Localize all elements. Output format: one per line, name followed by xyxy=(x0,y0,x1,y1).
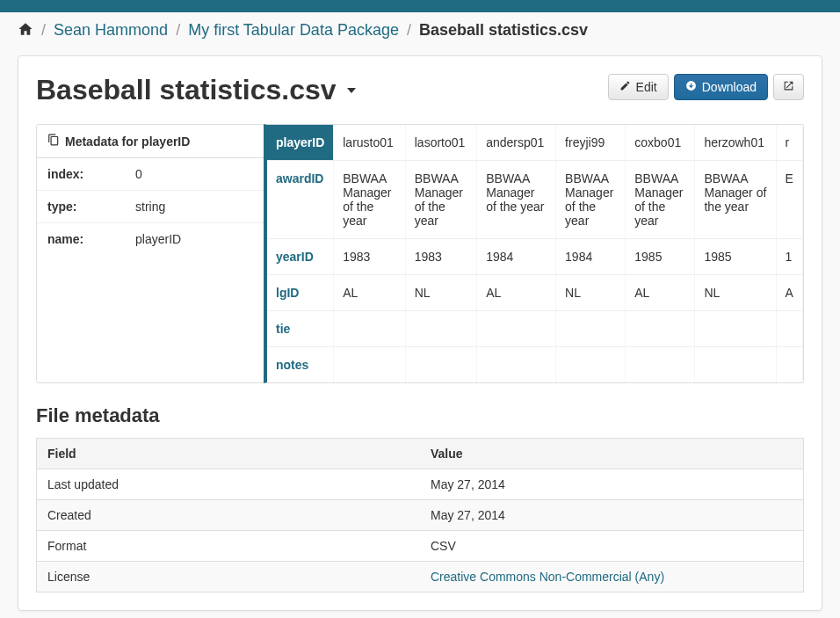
data-cell: 1 xyxy=(776,239,802,275)
table-row: FormatCSV xyxy=(37,531,804,562)
table-row: playerIDlarusto01lasorto01andersp01freyj… xyxy=(267,125,803,161)
metadata-header-text: Metadata for playerID xyxy=(65,135,190,149)
edit-label: Edit xyxy=(636,80,657,94)
top-bar xyxy=(0,0,840,12)
metadata-row: type:string xyxy=(37,191,264,223)
data-cell: lasorto01 xyxy=(405,125,476,161)
share-button[interactable] xyxy=(773,74,804,100)
data-cell: BBWAA Manager of the year xyxy=(477,161,556,239)
data-cell xyxy=(405,311,476,347)
breadcrumb-package[interactable]: My first Tabular Data Package xyxy=(188,21,399,39)
data-cell: E xyxy=(776,161,802,239)
file-meta-field: License xyxy=(37,562,421,593)
field-header: Field xyxy=(37,439,421,469)
file-metadata-table: Field Value Last updatedMay 27, 2014Crea… xyxy=(36,438,804,593)
page-header: Baseball statistics.csv Edit Download xyxy=(36,74,804,106)
metadata-value: 0 xyxy=(135,167,253,181)
table-row: lgIDALNLALNLALNLA xyxy=(267,275,803,311)
data-cell xyxy=(776,347,802,383)
data-cell: andersp01 xyxy=(477,125,556,161)
table-row: yearID1983198319841984198519851 xyxy=(267,239,803,275)
action-buttons: Edit Download xyxy=(608,74,804,100)
home-icon xyxy=(18,21,33,41)
copy-icon xyxy=(47,134,60,149)
data-cell xyxy=(776,311,802,347)
metadata-value: playerID xyxy=(135,232,253,246)
data-cell: coxbo01 xyxy=(626,125,695,161)
data-cell xyxy=(477,311,556,347)
data-cell xyxy=(695,311,776,347)
metadata-row: index:0 xyxy=(37,158,264,191)
metadata-header: Metadata for playerID xyxy=(37,125,264,158)
row-header-notes[interactable]: notes xyxy=(267,347,334,383)
data-cell: 1985 xyxy=(626,239,695,275)
data-cell: BBWAA Manager of the year xyxy=(556,161,626,239)
page-title[interactable]: Baseball statistics.csv xyxy=(36,74,356,106)
row-header-tie[interactable]: tie xyxy=(267,311,334,347)
row-header-lgID[interactable]: lgID xyxy=(267,275,334,311)
data-cell: 1983 xyxy=(334,239,405,275)
breadcrumb-sep: / xyxy=(172,21,184,39)
share-icon xyxy=(783,80,794,94)
column-metadata-box: Metadata for playerID index:0type:string… xyxy=(36,124,264,383)
file-meta-value: Creative Commons Non-Commercial (Any) xyxy=(420,562,804,593)
data-cell: AL xyxy=(334,275,405,311)
table-row: tie xyxy=(267,311,803,347)
file-meta-field: Format xyxy=(37,531,421,562)
data-cell: 1985 xyxy=(695,239,776,275)
file-meta-value: May 27, 2014 xyxy=(420,469,804,500)
metadata-value: string xyxy=(135,200,253,214)
data-cell: BBWAA Manager of the year xyxy=(695,161,776,239)
table-header-row: Field Value xyxy=(37,439,804,469)
breadcrumb-user[interactable]: Sean Hammond xyxy=(54,21,168,39)
file-meta-field: Last updated xyxy=(37,469,421,500)
metadata-key: index: xyxy=(47,167,135,181)
breadcrumb-home[interactable] xyxy=(18,21,38,39)
data-cell: 1983 xyxy=(405,239,476,275)
main-panel: Baseball statistics.csv Edit Download xyxy=(18,55,822,611)
data-cell: AL xyxy=(626,275,695,311)
license-link[interactable]: Creative Commons Non-Commercial (Any) xyxy=(431,570,664,584)
data-cell: 1984 xyxy=(477,239,556,275)
data-cell: BBWAA Manager of the year xyxy=(334,161,405,239)
table-row: notes xyxy=(267,347,803,383)
data-cell: NL xyxy=(695,275,776,311)
data-cell xyxy=(477,347,556,383)
data-cell xyxy=(334,311,405,347)
pencil-icon xyxy=(619,80,631,94)
data-cell: herzowh01 xyxy=(695,125,776,161)
metadata-rows: index:0type:stringname:playerID xyxy=(37,158,264,255)
data-cell: BBWAA Manager of the year xyxy=(626,161,695,239)
data-cell xyxy=(405,347,476,383)
data-cell: r xyxy=(776,125,802,161)
breadcrumb-sep: / xyxy=(38,21,49,39)
data-cell xyxy=(334,347,405,383)
data-table: playerIDlarusto01lasorto01andersp01freyj… xyxy=(267,125,803,382)
table-row: LicenseCreative Commons Non-Commercial (… xyxy=(37,562,804,593)
value-header: Value xyxy=(420,439,804,469)
file-meta-field: Created xyxy=(37,500,421,531)
download-label: Download xyxy=(702,80,757,94)
page-title-text: Baseball statistics.csv xyxy=(36,74,337,106)
edit-button[interactable]: Edit xyxy=(608,74,669,100)
table-row: Last updatedMay 27, 2014 xyxy=(37,469,804,500)
data-cell: freyji99 xyxy=(556,125,626,161)
metadata-row: name:playerID xyxy=(37,223,264,255)
data-cell: NL xyxy=(405,275,476,311)
caret-down-icon xyxy=(347,88,356,93)
data-cell xyxy=(626,347,695,383)
metadata-key: name: xyxy=(47,232,135,246)
data-cell: larusto01 xyxy=(334,125,405,161)
row-header-awardID[interactable]: awardID xyxy=(267,161,334,239)
data-cell xyxy=(556,311,626,347)
data-cell xyxy=(626,311,695,347)
data-cell: AL xyxy=(477,275,556,311)
data-cell: 1984 xyxy=(556,239,626,275)
data-cell: NL xyxy=(556,275,626,311)
breadcrumb: / Sean Hammond / My first Tabular Data P… xyxy=(0,12,840,50)
data-table-wrap[interactable]: playerIDlarusto01lasorto01andersp01freyj… xyxy=(264,124,804,383)
download-button[interactable]: Download xyxy=(674,74,768,100)
row-header-playerID[interactable]: playerID xyxy=(267,125,334,161)
row-header-yearID[interactable]: yearID xyxy=(267,239,334,275)
download-icon xyxy=(685,80,697,94)
